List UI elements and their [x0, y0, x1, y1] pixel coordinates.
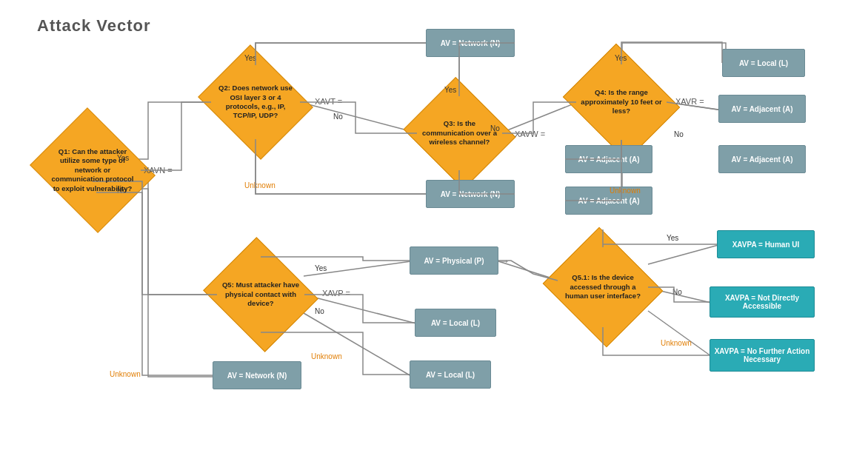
result-xavpa-nfan: XAVPA = No Further Action Necessary [710, 339, 815, 372]
result-av-local-unk: AV = Local (L) [410, 360, 491, 389]
q2-diamond: Q2: Does network use OSI layer 3 or 4 pr… [211, 65, 300, 139]
unknown-q51-label: Unknown [661, 339, 692, 347]
q51-diamond: Q5.1: Is the device accessed through a h… [558, 247, 648, 327]
yes-q3-label: Yes [444, 86, 456, 94]
q3-diamond: Q3: Is the communication over a wireless… [417, 96, 502, 170]
yes-q4-label: Yes [615, 54, 627, 62]
result-xavpa-nda: XAVPA = Not Directly Accessible [710, 286, 815, 318]
xavp-label: XAVP = [322, 289, 350, 298]
result-av-adjacent-unk-topright: AV = Adjacent (A) [718, 145, 806, 173]
page-title: Attack Vector [37, 16, 151, 36]
no-q51-label: No [672, 288, 682, 296]
no-q4-label: No [674, 130, 684, 138]
q4-diamond: Q4: Is the range approximately 10 feet o… [576, 64, 667, 140]
xavn-label: XAVN = [144, 166, 173, 175]
no-q5-label: No [315, 307, 324, 315]
result-xavpa-human: XAVPA = Human UI [717, 230, 815, 258]
yes-q2-label: Yes [244, 54, 256, 62]
result-av-local-topright: AV = Local (L) [722, 49, 805, 77]
result-av-network-bot: AV = Network (N) [213, 361, 301, 389]
unknown-q4-label: Unknown [610, 187, 641, 195]
result-av-adjacent-mid: AV = Adjacent (A) [565, 145, 652, 173]
result-av-local-no: AV = Local (L) [415, 309, 496, 337]
unknown-q2-label: Unknown [244, 181, 276, 189]
no-q2-label: No [333, 113, 343, 121]
result-av-physical: AV = Physical (P) [410, 246, 498, 275]
yes-q51-label: Yes [667, 234, 678, 242]
result-av-network-top: AV = Network (N) [426, 29, 515, 57]
result-av-adjacent-no: AV = Adjacent (A) [718, 95, 806, 123]
q1-diamond: Q1: Can the attacker utilize some type o… [44, 130, 141, 211]
unknown-q5-label: Unknown [311, 352, 342, 360]
yes-q5-label: Yes [315, 264, 327, 272]
result-av-network-unk: AV = Network (N) [426, 180, 515, 208]
xavw-label: XAVW = [515, 130, 545, 138]
arrow-physical-q51: → [498, 255, 510, 268]
q5-diamond: Q5: Must attacker have physical contact … [217, 257, 304, 332]
unknown-q1-label: Unknown [110, 370, 141, 378]
xavr-label: XAVR = [675, 97, 704, 106]
xavt-label: XAVT = [315, 97, 342, 106]
